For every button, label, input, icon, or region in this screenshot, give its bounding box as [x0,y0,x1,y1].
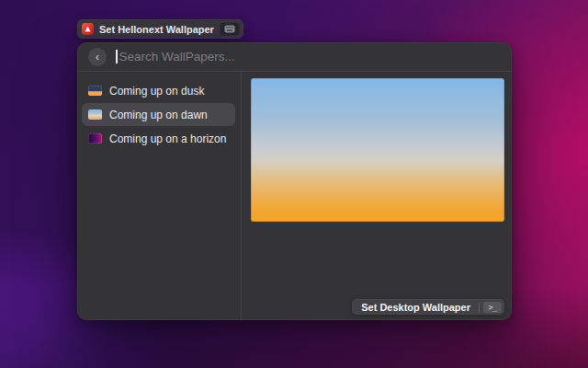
search-bar: ‹ Search WallPapers... [77,42,512,72]
back-chevron-icon: ‹ [96,51,99,63]
horizon-thumbnail-icon [88,133,102,144]
back-button[interactable]: ‹ [88,48,107,66]
list-item-label: Coming up on dusk [109,85,204,98]
list-item-dusk[interactable]: Coming up on dusk [82,79,235,102]
search-placeholder: Search WallPapers... [119,50,235,63]
wallpaper-list: Coming up on dusk Coming up on dawn Comi… [77,72,242,320]
list-item-dawn[interactable]: Coming up on dawn [82,103,235,126]
list-item-label: Coming up on a horizon [109,132,226,145]
list-item-horizon[interactable]: Coming up on a horizon [82,127,235,150]
button-divider [479,303,480,312]
command-chip-label: Set Hellonext Wallpaper [99,24,214,35]
terminal-prompt-icon: >_ [483,302,502,313]
desktop-background: Set Hellonext Wallpaper ‹ Search WallPap… [0,0,588,368]
hellonext-icon [82,23,94,35]
dawn-thumbnail-icon [88,109,102,120]
wallpaper-preview [251,78,504,222]
action-button-label: Set Desktop Wallpaper [361,302,470,313]
window-content: Coming up on dusk Coming up on dawn Comi… [77,72,512,320]
command-chip[interactable]: Set Hellonext Wallpaper [77,19,243,39]
keyboard-icon [224,25,235,33]
set-desktop-wallpaper-button[interactable]: Set Desktop Wallpaper >_ [352,299,504,315]
list-item-label: Coming up on dawn [109,109,208,121]
text-caret [116,50,118,63]
detail-panel [242,72,512,320]
keyboard-badge [220,22,240,36]
wallpaper-window: ‹ Search WallPapers... Coming up on dusk… [77,42,512,320]
search-input[interactable]: Search WallPapers... [116,42,501,71]
dusk-thumbnail-icon [88,86,102,96]
